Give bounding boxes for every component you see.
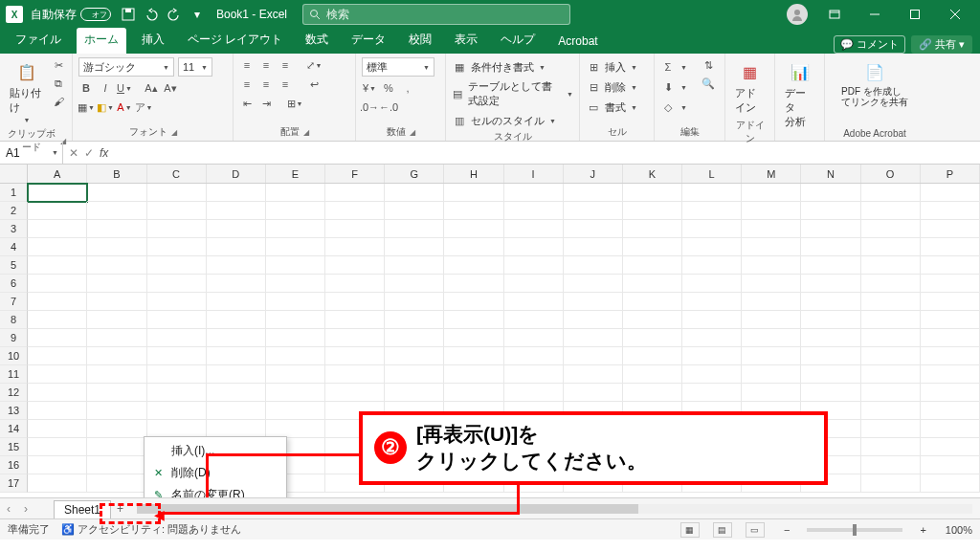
cell[interactable]	[742, 275, 801, 293]
ctx-insert[interactable]: 挿入(I)...	[145, 440, 286, 462]
cell[interactable]	[28, 329, 87, 347]
cell[interactable]	[564, 220, 623, 238]
cell[interactable]	[266, 184, 325, 202]
cell[interactable]	[87, 311, 146, 329]
tab-view[interactable]: 表示	[447, 28, 485, 54]
normal-view-icon[interactable]: ▦	[680, 522, 700, 538]
cell[interactable]	[207, 184, 266, 202]
maximize-button[interactable]	[896, 1, 934, 28]
percent-format-icon[interactable]: %	[381, 80, 396, 96]
cell[interactable]	[861, 311, 921, 329]
cell[interactable]	[385, 365, 444, 384]
cell[interactable]	[564, 347, 623, 365]
cell[interactable]	[921, 347, 980, 365]
underline-button[interactable]: U▼	[117, 80, 132, 96]
cell[interactable]	[623, 220, 682, 238]
cell[interactable]	[266, 329, 325, 347]
cell[interactable]	[266, 311, 325, 329]
delete-cells-button[interactable]: ⊟削除▼	[586, 79, 637, 95]
cell[interactable]	[801, 256, 860, 275]
cell[interactable]	[564, 275, 623, 293]
search-input[interactable]: 検索	[302, 4, 570, 25]
cell[interactable]	[623, 184, 682, 202]
cell[interactable]	[801, 202, 860, 220]
format-as-table-button[interactable]: ▤テーブルとして書式設定▼	[452, 79, 573, 108]
cell[interactable]	[504, 311, 564, 329]
undo-icon[interactable]	[144, 7, 159, 22]
fill-button[interactable]: ⬇▼	[660, 79, 687, 95]
cell[interactable]	[147, 184, 207, 202]
column-header[interactable]: J	[564, 165, 623, 183]
cell[interactable]	[444, 365, 503, 384]
cell[interactable]	[444, 184, 503, 202]
zoom-slider[interactable]	[807, 528, 902, 532]
redo-icon[interactable]	[167, 7, 182, 22]
tab-scroll-left-icon[interactable]: ‹	[0, 502, 17, 516]
cell[interactable]	[921, 256, 980, 275]
cell[interactable]	[623, 293, 682, 311]
format-painter-icon[interactable]: 🖌	[51, 94, 66, 109]
cell[interactable]	[385, 256, 444, 275]
ribbon-display-icon[interactable]	[815, 1, 854, 28]
cell[interactable]	[28, 275, 87, 293]
cell[interactable]	[801, 329, 860, 347]
number-format-select[interactable]: 標準▼	[362, 57, 434, 77]
cell[interactable]	[921, 275, 980, 293]
align-launcher-icon[interactable]: ◢	[303, 128, 309, 137]
column-header[interactable]: D	[207, 165, 266, 183]
row-header[interactable]: 17	[0, 474, 28, 493]
cell[interactable]	[147, 275, 207, 293]
cell[interactable]	[861, 202, 921, 220]
cell[interactable]	[801, 311, 860, 329]
number-launcher-icon[interactable]: ◢	[410, 128, 415, 137]
cell[interactable]	[28, 202, 87, 220]
cell[interactable]	[385, 202, 444, 220]
cell[interactable]	[564, 256, 623, 275]
cell[interactable]	[504, 293, 564, 311]
cell[interactable]	[325, 365, 385, 384]
column-header[interactable]: L	[682, 165, 742, 183]
column-header[interactable]: I	[504, 165, 564, 183]
cell[interactable]	[861, 365, 921, 384]
cell[interactable]	[266, 220, 325, 238]
cell[interactable]	[207, 202, 266, 220]
tab-file[interactable]: ファイル	[8, 28, 69, 54]
cell[interactable]	[87, 220, 146, 238]
cell[interactable]	[444, 256, 503, 275]
page-layout-view-icon[interactable]: ▤	[713, 522, 732, 538]
analyze-data-button[interactable]: 📊 データ 分析	[781, 57, 818, 131]
cell[interactable]	[207, 293, 266, 311]
tab-page-layout[interactable]: ページ レイアウト	[180, 28, 290, 54]
increase-decimal-icon[interactable]: .0→	[362, 99, 377, 115]
cell[interactable]	[207, 402, 266, 420]
cell[interactable]	[28, 238, 87, 256]
cell[interactable]	[147, 402, 207, 420]
minimize-button[interactable]	[856, 1, 894, 28]
cell[interactable]	[564, 202, 623, 220]
cell[interactable]	[564, 311, 623, 329]
column-header[interactable]: G	[385, 165, 444, 183]
cell[interactable]	[325, 275, 385, 293]
cell[interactable]	[861, 184, 921, 202]
cell[interactable]	[325, 220, 385, 238]
sort-filter-icon[interactable]: ⇅	[701, 57, 716, 73]
cell[interactable]	[921, 184, 980, 202]
comments-button[interactable]: 💬 コメント	[834, 35, 905, 54]
cell[interactable]	[147, 384, 207, 402]
row-header[interactable]: 12	[0, 384, 28, 402]
decrease-font-icon[interactable]: A▾	[163, 80, 178, 96]
cell[interactable]	[861, 256, 921, 275]
autosave-toggle[interactable]: オフ	[80, 8, 111, 21]
cell-styles-button[interactable]: ▥セルのスタイル▼	[452, 113, 556, 128]
cell[interactable]	[87, 238, 146, 256]
cell[interactable]	[325, 293, 385, 311]
phonetic-icon[interactable]: ア▼	[136, 99, 151, 115]
cell[interactable]	[207, 238, 266, 256]
cell[interactable]	[87, 456, 146, 474]
cell[interactable]	[87, 184, 146, 202]
row-header[interactable]: 9	[0, 329, 28, 347]
cell[interactable]	[87, 256, 146, 275]
find-select-icon[interactable]: 🔍	[701, 76, 716, 91]
cell[interactable]	[623, 311, 682, 329]
row-header[interactable]: 8	[0, 311, 28, 329]
